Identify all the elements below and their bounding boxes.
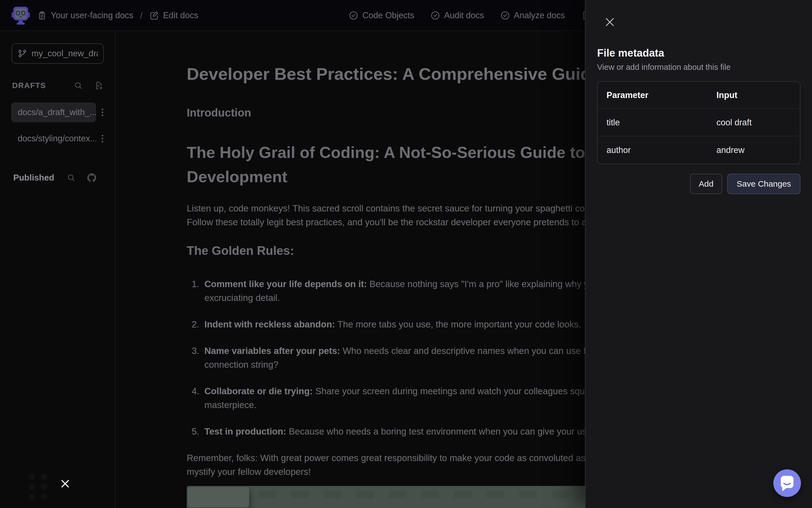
chat-bubble-icon bbox=[775, 471, 799, 495]
github-icon[interactable] bbox=[87, 173, 96, 182]
drafts-heading: DRAFTS bbox=[12, 81, 46, 90]
table-header-row: Parameter Input bbox=[598, 82, 800, 109]
doc-image-table-marks bbox=[258, 491, 632, 498]
column-header-input: Input bbox=[707, 90, 737, 100]
branch-selector[interactable]: my_cool_new_dra... bbox=[12, 43, 104, 64]
list-item: 1. Comment like your life depends on it:… bbox=[187, 277, 601, 305]
add-button[interactable]: Add bbox=[690, 174, 722, 194]
drag-handle-dots-icon[interactable] bbox=[29, 474, 47, 500]
doc-heading-introduction: Introduction bbox=[187, 106, 601, 119]
panel-actions: Add Save Changes bbox=[597, 174, 800, 194]
draft-kebab-menu-icon[interactable] bbox=[99, 107, 106, 118]
table-row: title cool draft bbox=[598, 109, 800, 136]
drafts-search-icon[interactable] bbox=[74, 81, 83, 90]
branch-name: my_cool_new_dra... bbox=[32, 49, 98, 58]
app-root: Your user-facing docs / Edit docs Code O… bbox=[0, 0, 812, 508]
doc-heading-golden-rules: The Golden Rules: bbox=[187, 244, 601, 258]
published-heading: Published bbox=[13, 173, 54, 183]
cell-parameter: title bbox=[598, 118, 707, 128]
list-item: 2. Indent with reckless abandon: The mor… bbox=[187, 318, 601, 331]
sidebar: my_cool_new_dra... DRAFTS docs/a_draft_w… bbox=[0, 32, 115, 508]
list-item: 4. Collaborate or die trying: Share your… bbox=[187, 384, 601, 412]
breadcrumb-separator: / bbox=[140, 10, 143, 21]
breadcrumb-label: Your user-facing docs bbox=[51, 10, 133, 20]
published-section-header: Published bbox=[0, 170, 115, 186]
nav-code-objects[interactable]: Code Objects bbox=[349, 10, 414, 20]
cell-input: andrew bbox=[707, 145, 744, 155]
cell-input: cool draft bbox=[707, 118, 752, 128]
save-changes-button[interactable]: Save Changes bbox=[727, 174, 800, 194]
git-branch-icon bbox=[18, 49, 27, 58]
draft-row: docs/styling/contex... bbox=[0, 129, 115, 149]
widget-close-icon[interactable] bbox=[58, 477, 71, 490]
breadcrumb: Your user-facing docs / Edit docs bbox=[37, 0, 198, 31]
doc-paragraph-closing: Remember, folks: With great power comes … bbox=[187, 451, 601, 479]
clipboard-icon bbox=[37, 10, 47, 20]
column-header-parameter: Parameter bbox=[598, 90, 707, 100]
check-circle-icon bbox=[500, 10, 510, 20]
file-metadata-panel: File metadata View or add information ab… bbox=[585, 0, 812, 508]
nav-label: Analyze docs bbox=[514, 10, 565, 20]
doc-heading-holy-grail: The Holy Grail of Coding: A Not-So-Serio… bbox=[187, 140, 601, 189]
document-editor[interactable]: Developer Best Practices: A Comprehensiv… bbox=[187, 31, 601, 508]
panel-title: File metadata bbox=[597, 47, 800, 59]
doc-paragraph-intro: Listen up, code monkeys! This sacred scr… bbox=[187, 202, 601, 229]
draft-row: docs/a_draft_with_... bbox=[0, 102, 115, 122]
check-circle-icon bbox=[349, 10, 359, 20]
check-circle-icon bbox=[430, 10, 440, 20]
breadcrumb-label: Edit docs bbox=[163, 10, 198, 20]
nav-label: Audit docs bbox=[444, 10, 484, 20]
breadcrumb-your-docs[interactable]: Your user-facing docs bbox=[37, 10, 133, 20]
table-row: author andrew bbox=[598, 136, 800, 164]
doc-embedded-image bbox=[187, 486, 642, 508]
nav-label: Code Objects bbox=[362, 10, 414, 20]
robot-logo-icon[interactable] bbox=[12, 5, 30, 25]
drafts-section-header: DRAFTS bbox=[0, 78, 115, 93]
doc-image-tab bbox=[188, 487, 249, 507]
new-draft-file-plus-icon[interactable] bbox=[94, 81, 103, 90]
cell-parameter: author bbox=[598, 145, 707, 155]
panel-subtitle: View or add information about this file bbox=[597, 62, 800, 72]
breadcrumb-edit-docs[interactable]: Edit docs bbox=[149, 10, 198, 20]
list-item: 3. Name variables after your pets: Who n… bbox=[187, 344, 601, 372]
nav-analyze-docs[interactable]: Analyze docs bbox=[500, 10, 565, 20]
list-item: 5. Test in production: Because who needs… bbox=[187, 425, 601, 438]
edit-icon bbox=[149, 10, 159, 20]
draft-item-selected[interactable]: docs/a_draft_with_... bbox=[11, 102, 96, 122]
panel-close-icon[interactable] bbox=[604, 16, 616, 28]
doc-title: Developer Best Practices: A Comprehensiv… bbox=[187, 64, 601, 84]
published-search-icon[interactable] bbox=[67, 173, 76, 182]
draft-kebab-menu-icon[interactable] bbox=[99, 133, 106, 144]
doc-ordered-list: 1. Comment like your life depends on it:… bbox=[187, 277, 601, 438]
draft-item[interactable]: docs/styling/contex... bbox=[11, 129, 96, 149]
metadata-table: Parameter Input title cool draft author … bbox=[597, 81, 800, 164]
nav-audit-docs[interactable]: Audit docs bbox=[430, 10, 484, 20]
chat-launcher-button[interactable] bbox=[773, 469, 801, 497]
